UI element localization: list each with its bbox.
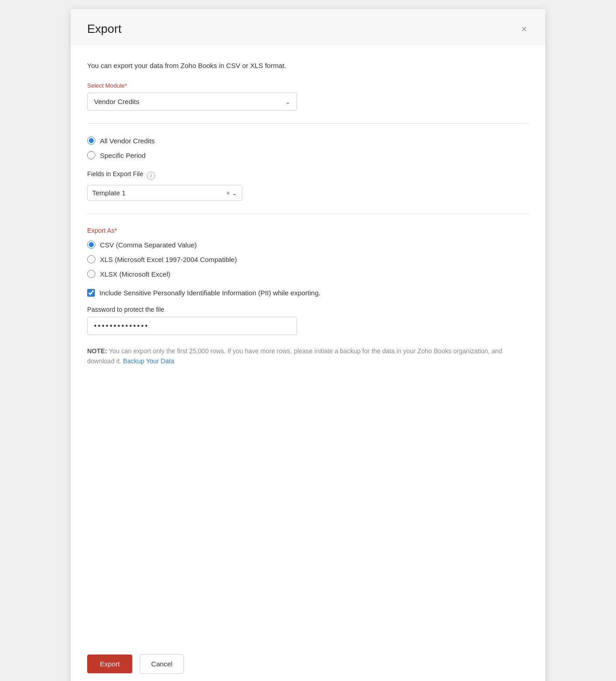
info-icon[interactable]: i <box>147 172 155 180</box>
radio-all-vendor-credits[interactable]: All Vendor Credits <box>87 136 529 145</box>
pii-checkbox-input[interactable] <box>87 289 95 297</box>
select-module-group: Select Module* Vendor Credits Bills Invo… <box>87 82 529 110</box>
radio-all-label: All Vendor Credits <box>100 137 155 145</box>
divider-2 <box>87 214 529 214</box>
pii-checkbox-item[interactable]: Include Sensitive Personally Identifiabl… <box>87 289 529 297</box>
data-range-group: All Vendor Credits Specific Period <box>87 136 529 159</box>
template-chevron-down-icon[interactable]: ⌄ <box>232 189 237 197</box>
radio-xlsx[interactable]: XLSX (Microsoft Excel) <box>87 270 529 278</box>
backup-data-link[interactable]: Backup Your Data <box>123 357 174 365</box>
select-module-dropdown[interactable]: Vendor Credits Bills Invoices Expenses C… <box>87 93 297 110</box>
password-input[interactable] <box>87 317 297 335</box>
export-as-label: Export As* <box>87 227 529 234</box>
radio-xlsx-input[interactable] <box>87 270 95 278</box>
radio-specific-period[interactable]: Specific Period <box>87 151 529 159</box>
modal-header: Export × <box>71 9 545 45</box>
pii-checkbox-label: Include Sensitive Personally Identifiabl… <box>99 289 320 297</box>
cancel-button[interactable]: Cancel <box>140 654 184 674</box>
export-as-section: Export As* CSV (Comma Separated Value) X… <box>87 227 529 367</box>
template-clear-icon[interactable]: × <box>226 189 230 197</box>
password-group: Password to protect the file <box>87 306 529 335</box>
radio-csv-input[interactable] <box>87 241 95 249</box>
radio-csv-label: CSV (Comma Separated Value) <box>100 241 197 249</box>
divider-1 <box>87 123 529 124</box>
radio-xls-input[interactable] <box>87 255 95 263</box>
select-module-wrapper: Vendor Credits Bills Invoices Expenses C… <box>87 93 297 110</box>
template-selected-value: Template 1 <box>92 189 226 197</box>
note-prefix: NOTE: <box>87 347 107 355</box>
radio-specific-input[interactable] <box>87 151 95 159</box>
radio-csv[interactable]: CSV (Comma Separated Value) <box>87 241 529 249</box>
modal-footer: Export Cancel <box>71 643 545 681</box>
radio-xlsx-label: XLSX (Microsoft Excel) <box>100 270 170 278</box>
radio-xls[interactable]: XLS (Microsoft Excel 1997-2004 Compatibl… <box>87 255 529 263</box>
radio-specific-label: Specific Period <box>100 152 146 159</box>
fields-export-label: Fields in Export File <box>87 170 143 178</box>
template-select-control[interactable]: Template 1 × ⌄ <box>87 185 242 201</box>
fields-export-group: Fields in Export File i Template 1 × ⌄ <box>87 170 529 201</box>
close-button[interactable]: × <box>519 22 529 36</box>
description-text: You can export your data from Zoho Books… <box>87 62 529 69</box>
export-button[interactable]: Export <box>87 655 132 673</box>
export-modal: Export × You can export your data from Z… <box>71 9 545 681</box>
export-format-group: CSV (Comma Separated Value) XLS (Microso… <box>87 241 529 278</box>
note-section: NOTE: You can export only the first 25,0… <box>87 346 529 367</box>
modal-title: Export <box>87 22 121 36</box>
radio-xls-label: XLS (Microsoft Excel 1997-2004 Compatibl… <box>100 256 237 263</box>
select-module-label: Select Module* <box>87 82 529 89</box>
password-label: Password to protect the file <box>87 306 529 313</box>
radio-all-input[interactable] <box>87 136 95 145</box>
fields-label-row: Fields in Export File i <box>87 170 529 181</box>
modal-body: You can export your data from Zoho Books… <box>71 45 545 643</box>
template-select-wrapper: Template 1 × ⌄ <box>87 185 242 201</box>
